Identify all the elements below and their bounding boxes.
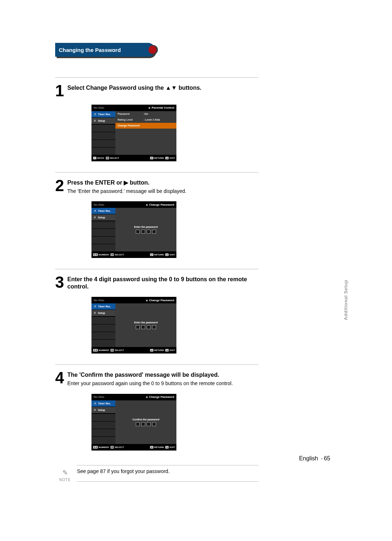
osd-main: Confirm the password xyxy=(115,400,176,444)
osd-ft-select: SELECT xyxy=(110,157,119,159)
osd-footer: 0~9NUMBER OKSELECT ↩RETURN ⎋EXIT xyxy=(91,251,176,258)
number-btn-icon: 0~9 xyxy=(93,446,98,449)
password-boxes xyxy=(136,230,156,234)
note-block: ✎ NOTE See page 87 if you forgot your pa… xyxy=(77,465,258,482)
osd-screenshot-2: No Disc ◆Change Password ◔Timer Rec. ✲Se… xyxy=(91,201,176,258)
step-title: Press the ENTER or ▶ button. xyxy=(67,179,258,186)
gear-icon: ✲ xyxy=(93,216,97,219)
step-title-keyword: ENTER xyxy=(95,179,115,186)
osd-no-disc: No Disc xyxy=(94,106,105,109)
osd-side-timer-label: Timer Rec. xyxy=(98,402,111,405)
step-number: 4 xyxy=(55,371,64,385)
heading-title: Changing the Password xyxy=(55,43,155,57)
osd-crumb-text: Parental Control xyxy=(152,106,174,109)
osd-ft-return: RETURN xyxy=(154,446,164,448)
divider xyxy=(55,77,258,78)
osd-side-empty xyxy=(91,221,115,251)
step-4: 4 The 'Confirm the password' message wil… xyxy=(55,364,258,451)
osd-side-timer-label: Timer Rec. xyxy=(98,210,111,212)
osd-footer: 0~9NUMBER OKSELECT ↩RETURN ⎋EXIT xyxy=(91,347,176,354)
step-title-keyword: Change Password xyxy=(86,85,136,91)
ok-btn-icon: OK xyxy=(110,253,114,256)
osd-side-timer: ◔Timer Rec. xyxy=(91,208,115,214)
osd-screenshot-3: No Disc ◆Change Password ◔Timer Rec. ✲Se… xyxy=(91,297,176,354)
osd-ft-exit: EXIT xyxy=(170,349,175,351)
osd-row-change-password: Change Password xyxy=(115,123,176,129)
exit-btn-icon: ⎋ xyxy=(165,253,169,256)
osd-side-setup: ✲Setup xyxy=(91,118,115,124)
osd-ft-return: RETURN xyxy=(154,349,164,351)
osd-titlebar: No Disc ◆Change Password xyxy=(91,394,176,400)
ok-btn-icon: OK xyxy=(106,157,109,160)
note-icon-block: ✎ NOTE xyxy=(56,468,74,482)
note-label: NOTE xyxy=(56,478,74,482)
pencil-icon: ✎ xyxy=(61,468,69,477)
osd-side-setup-label: Setup xyxy=(98,312,105,314)
step-2: 2 Press the ENTER or ▶ button. The 'Ente… xyxy=(55,172,258,258)
content-column: Changing the Password 1 Select Change Pa… xyxy=(55,43,258,482)
osd-titlebar: No Disc ◆Change Password xyxy=(91,297,176,303)
osd-center-text: Enter the password xyxy=(134,226,158,228)
step-body: The 'Enter the password.' message will b… xyxy=(67,188,258,195)
number-btn-icon: 0~9 xyxy=(93,349,98,352)
return-btn-icon: ↩ xyxy=(150,253,154,256)
osd-main: Enter the password xyxy=(115,303,176,347)
step-title: Enter the 4 digit password using the 0 t… xyxy=(67,276,258,290)
step-title-mid: or xyxy=(115,179,124,186)
osd-crumb-text: Change Password xyxy=(149,299,174,302)
gear-icon: ✲ xyxy=(93,408,97,412)
osd-ft-return: RETURN xyxy=(154,157,164,159)
osd-body: ◔Timer Rec. ✲Setup Password:On Rating Le… xyxy=(91,111,176,155)
return-btn-icon: ↩ xyxy=(150,157,154,160)
return-btn-icon: ↩ xyxy=(150,446,154,449)
ok-btn-icon: OK xyxy=(110,349,114,352)
osd-no-disc: No Disc xyxy=(94,203,105,206)
step-1: 1 Select Change Password using the ▲▼ bu… xyxy=(55,77,258,161)
osd-no-disc: No Disc xyxy=(94,299,105,302)
side-tab: Additional Setup xyxy=(343,280,348,320)
osd-sidebar: ◔Timer Rec. ✲Setup xyxy=(91,111,115,155)
osd-center-text: Confirm the password xyxy=(132,418,159,421)
divider xyxy=(55,269,258,269)
step-title-mid: using the xyxy=(136,85,166,91)
osd-row-rating: Rating Level: Level 1 Kids xyxy=(115,117,176,123)
osd-side-empty xyxy=(91,413,115,444)
osd-ft-number: NUMBER xyxy=(99,254,109,256)
footer-sep: - xyxy=(321,455,323,461)
osd-ft-return: RETURN xyxy=(154,254,164,256)
clock-icon: ◔ xyxy=(93,112,97,116)
osd-sidebar: ◔Timer Rec. ✲Setup xyxy=(91,400,115,444)
osd-ft-select: SELECT xyxy=(115,349,124,351)
move-btn-icon: ↕ xyxy=(93,157,97,160)
osd-footer: 0~9NUMBER OKSELECT ↩RETURN ⎋EXIT xyxy=(91,444,176,451)
osd-row-key: Password xyxy=(118,113,144,115)
osd-ft-exit: EXIT xyxy=(170,157,175,159)
osd-main: Password:On Rating Level: Level 1 Kids C… xyxy=(115,111,176,155)
ok-btn-icon: OK xyxy=(110,446,114,449)
step-title-pre: The 'Confirm the password' message will … xyxy=(67,372,219,378)
osd-crumb-text: Change Password xyxy=(149,395,174,399)
osd-no-disc: No Disc xyxy=(94,395,105,399)
diamond-icon: ◆ xyxy=(146,299,148,302)
arrow-right-icon: ▶ xyxy=(124,179,128,186)
osd-row-val: : Level 1 Kids xyxy=(144,118,160,121)
return-btn-icon: ↩ xyxy=(150,349,154,352)
footer-page-num: 65 xyxy=(324,455,330,461)
step-number: 3 xyxy=(55,275,64,290)
osd-crumb-text: Change Password xyxy=(149,203,174,206)
clock-icon: ◔ xyxy=(93,305,97,308)
osd-center-text: Enter the password xyxy=(134,321,158,324)
osd-breadcrumb: ◆Parental Control xyxy=(148,106,174,109)
osd-side-setup-label: Setup xyxy=(98,216,105,219)
step-number: 1 xyxy=(55,84,64,98)
osd-breadcrumb: ◆Change Password xyxy=(146,203,174,206)
osd-body: ◔Timer Rec. ✲Setup Enter the password xyxy=(91,303,176,347)
osd-center: Confirm the password xyxy=(115,400,176,444)
step-title-pre: Select xyxy=(67,85,86,91)
number-btn-icon: 0~9 xyxy=(93,253,98,256)
osd-ft-select: SELECT xyxy=(115,446,124,448)
step-number: 2 xyxy=(55,178,64,193)
osd-side-setup-label: Setup xyxy=(98,409,105,411)
osd-side-setup: ✲Setup xyxy=(91,214,115,221)
manual-page: Additional Setup Changing the Password 1… xyxy=(0,0,392,541)
